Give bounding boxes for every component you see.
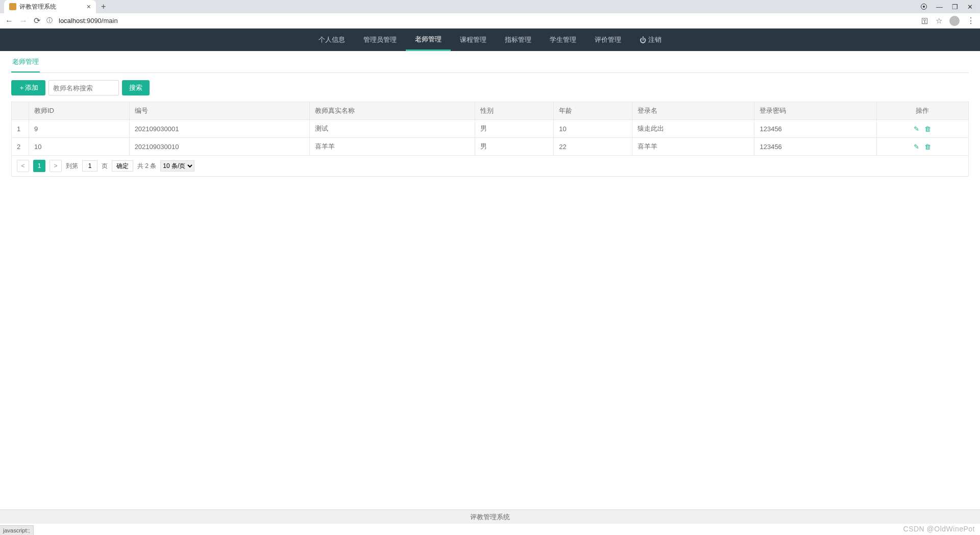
prev-page-button[interactable]: < <box>17 160 29 172</box>
delete-icon[interactable]: 🗑 <box>924 143 931 151</box>
table-row: 210202109030010喜羊羊男22喜羊羊123456✎🗑 <box>12 138 969 156</box>
cell: 22 <box>554 138 632 156</box>
bookmark-star-icon[interactable]: ☆ <box>936 16 942 26</box>
col-header-8: 操作 <box>876 102 968 120</box>
add-label: 添加 <box>25 83 38 92</box>
cell: 猿走此出 <box>632 120 754 138</box>
nav-item-5[interactable]: 学生管理 <box>541 29 585 51</box>
logout-button[interactable]: ⏻注销 <box>630 29 671 51</box>
power-icon: ⏻ <box>640 36 646 44</box>
nav-item-3[interactable]: 课程管理 <box>451 29 496 51</box>
tab-title: 评教管理系统 <box>19 3 56 11</box>
goto-confirm-button[interactable]: 确定 <box>112 160 133 172</box>
sub-tab-teacher[interactable]: 老师管理 <box>11 51 40 72</box>
cell: 9 <box>29 120 130 138</box>
sub-tab-row: 老师管理 <box>11 51 969 73</box>
menu-kebab-icon[interactable]: ⋮ <box>967 16 975 26</box>
col-header-0 <box>12 102 29 120</box>
address-bar: ← → ⟳ ⓘ localhost:9090/main ⚿ ☆ ⋮ <box>0 13 980 29</box>
add-button[interactable]: ＋ 添加 <box>11 80 45 95</box>
site-info-icon[interactable]: ⓘ <box>46 16 53 25</box>
col-header-7: 登录密码 <box>754 102 876 120</box>
search-input[interactable] <box>48 80 119 95</box>
cell: 123456 <box>754 138 876 156</box>
table-row: 19202109030001测试男10猿走此出123456✎🗑 <box>12 120 969 138</box>
browser-tab[interactable]: 评教管理系统 × <box>4 0 96 13</box>
nav-item-2[interactable]: 老师管理 <box>406 29 451 51</box>
cell: 202109030010 <box>129 138 309 156</box>
maximize-icon[interactable]: ❐ <box>952 3 958 11</box>
plus-icon: ＋ <box>18 83 25 92</box>
cell: 男 <box>475 120 554 138</box>
cell: 喜羊羊 <box>309 138 475 156</box>
new-tab-button[interactable]: + <box>96 2 111 11</box>
cell: 2 <box>12 138 29 156</box>
window-controls: — ❐ ✕ <box>921 3 980 11</box>
nav-item-0[interactable]: 个人信息 <box>309 29 354 51</box>
toolbar: ＋ 添加 搜索 <box>11 73 969 102</box>
row-actions: ✎🗑 <box>876 138 968 156</box>
edit-icon[interactable]: ✎ <box>914 125 919 133</box>
forward-icon[interactable]: → <box>19 16 28 26</box>
cell: 123456 <box>754 120 876 138</box>
account-icon[interactable] <box>921 4 927 10</box>
minimize-icon[interactable]: — <box>936 3 943 11</box>
col-header-6: 登录名 <box>632 102 754 120</box>
password-key-icon[interactable]: ⚿ <box>921 17 928 25</box>
favicon <box>9 3 16 10</box>
edit-icon[interactable]: ✎ <box>914 143 919 151</box>
col-header-2: 编号 <box>129 102 309 120</box>
col-header-1: 教师ID <box>29 102 130 120</box>
total-count: 共 2 条 <box>137 162 156 171</box>
cell: 10 <box>29 138 130 156</box>
back-icon[interactable]: ← <box>5 16 13 26</box>
main-nav: 个人信息管理员管理老师管理课程管理指标管理学生管理评价管理⏻注销 <box>0 29 980 51</box>
col-header-3: 教师真实名称 <box>309 102 475 120</box>
nav-item-4[interactable]: 指标管理 <box>496 29 541 51</box>
url-text[interactable]: localhost:9090/main <box>59 17 118 25</box>
browser-chrome: 评教管理系统 × + — ❐ ✕ ← → ⟳ ⓘ localhost:9090/… <box>0 0 980 29</box>
goto-label: 到第 <box>66 162 78 171</box>
search-button[interactable]: 搜索 <box>122 80 150 95</box>
nav-item-1[interactable]: 管理员管理 <box>354 29 406 51</box>
cell: 10 <box>554 120 632 138</box>
goto-page-input[interactable] <box>82 160 97 172</box>
reload-icon[interactable]: ⟳ <box>34 16 40 26</box>
col-header-5: 年龄 <box>554 102 632 120</box>
teacher-table: 教师ID编号教师真实名称性别年龄登录名登录密码操作 19202109030001… <box>11 102 969 156</box>
cell: 测试 <box>309 120 475 138</box>
col-header-4: 性别 <box>475 102 554 120</box>
tab-bar: 评教管理系统 × + — ❐ ✕ <box>0 0 980 13</box>
cell: 男 <box>475 138 554 156</box>
cell: 喜羊羊 <box>632 138 754 156</box>
page-1-button[interactable]: 1 <box>33 160 45 172</box>
page-suffix-label: 页 <box>102 162 108 171</box>
row-actions: ✎🗑 <box>876 120 968 138</box>
close-window-icon[interactable]: ✕ <box>967 3 973 11</box>
nav-item-6[interactable]: 评价管理 <box>585 29 630 51</box>
close-icon[interactable]: × <box>87 3 91 11</box>
cell: 202109030001 <box>129 120 309 138</box>
next-page-button[interactable]: > <box>50 160 62 172</box>
pagination: < 1 > 到第 页 确定 共 2 条 10 条/页 <box>11 156 969 177</box>
per-page-select[interactable]: 10 条/页 <box>160 160 194 172</box>
profile-avatar[interactable] <box>949 16 960 26</box>
cell: 1 <box>12 120 29 138</box>
delete-icon[interactable]: 🗑 <box>924 125 931 133</box>
